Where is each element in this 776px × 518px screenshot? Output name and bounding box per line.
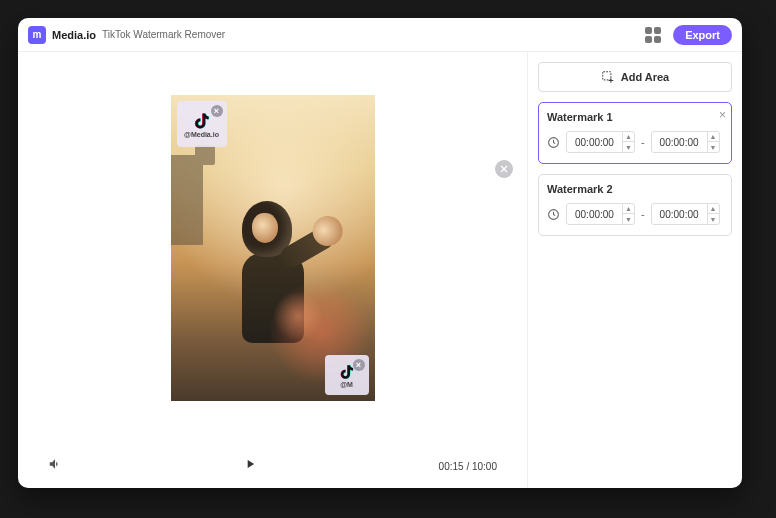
svg-rect-2 xyxy=(603,72,611,80)
add-area-label: Add Area xyxy=(621,71,670,83)
chevron-up-icon[interactable]: ▲ xyxy=(708,131,719,142)
main-area: × @Media.io × xyxy=(18,52,742,488)
chevron-down-icon[interactable]: ▼ xyxy=(708,214,719,225)
close-icon[interactable]: × xyxy=(719,108,726,122)
time-current: 00:15 xyxy=(439,461,464,472)
clock-icon xyxy=(547,208,560,221)
video-area: × @Media.io × xyxy=(18,52,527,444)
apps-grid-icon[interactable] xyxy=(645,27,661,43)
watermark-overlay-1[interactable]: × @Media.io xyxy=(177,101,227,147)
time-stepper[interactable]: ▲▼ xyxy=(622,131,634,153)
card-title: Watermark 2 xyxy=(547,183,723,195)
watermark-card-1[interactable]: × Watermark 1 00:00:00 ▲▼ - 00:00:00 ▲▼ xyxy=(538,102,732,164)
start-time-value: 00:00:00 xyxy=(567,137,622,148)
remove-watermark-icon[interactable]: × xyxy=(353,359,365,371)
page-subtitle: TikTok Watermark Remover xyxy=(102,29,225,40)
video-frame[interactable]: × @Media.io × xyxy=(171,95,375,401)
remove-watermark-icon[interactable]: × xyxy=(211,105,223,117)
play-icon[interactable] xyxy=(243,457,257,475)
end-time-value: 00:00:00 xyxy=(652,209,707,220)
watermark-label: @M xyxy=(340,381,353,388)
app-logo: m xyxy=(28,26,46,44)
time-stepper[interactable]: ▲▼ xyxy=(707,203,719,225)
card-title: Watermark 1 xyxy=(547,111,723,123)
end-time-value: 00:00:00 xyxy=(652,137,707,148)
time-range-row: 00:00:00 ▲▼ - 00:00:00 ▲▼ xyxy=(547,203,723,225)
chevron-up-icon[interactable]: ▲ xyxy=(623,131,634,142)
range-separator: - xyxy=(641,208,645,220)
topbar: m Media.io TikTok Watermark Remover Expo… xyxy=(18,18,742,52)
app-window: m Media.io TikTok Watermark Remover Expo… xyxy=(18,18,742,488)
chevron-up-icon[interactable]: ▲ xyxy=(708,203,719,214)
time-display: 00:15 / 10:00 xyxy=(439,461,497,472)
tiktok-icon xyxy=(192,111,212,131)
clear-selection-icon[interactable] xyxy=(495,160,513,178)
watermark-overlay-2[interactable]: × @M xyxy=(325,355,369,395)
chevron-down-icon[interactable]: ▼ xyxy=(623,142,634,153)
volume-icon[interactable] xyxy=(48,457,62,475)
chevron-down-icon[interactable]: ▼ xyxy=(708,142,719,153)
export-button[interactable]: Export xyxy=(673,25,732,45)
time-range-row: 00:00:00 ▲▼ - 00:00:00 ▲▼ xyxy=(547,131,723,153)
sidebar: Add Area × Watermark 1 00:00:00 ▲▼ - 00:… xyxy=(528,52,742,488)
chevron-down-icon[interactable]: ▼ xyxy=(623,214,634,225)
preview-panel: × @Media.io × xyxy=(18,52,528,488)
range-separator: - xyxy=(641,136,645,148)
end-time-input[interactable]: 00:00:00 ▲▼ xyxy=(651,203,720,225)
add-area-icon xyxy=(601,70,615,84)
add-area-button[interactable]: Add Area xyxy=(538,62,732,92)
start-time-value: 00:00:00 xyxy=(567,209,622,220)
watermark-card-2[interactable]: Watermark 2 00:00:00 ▲▼ - 00:00:00 ▲▼ xyxy=(538,174,732,236)
chevron-up-icon[interactable]: ▲ xyxy=(623,203,634,214)
time-total: 10:00 xyxy=(472,461,497,472)
time-stepper[interactable]: ▲▼ xyxy=(622,203,634,225)
end-time-input[interactable]: 00:00:00 ▲▼ xyxy=(651,131,720,153)
watermark-label: @Media.io xyxy=(184,131,219,138)
start-time-input[interactable]: 00:00:00 ▲▼ xyxy=(566,131,635,153)
player-controls: 00:15 / 10:00 xyxy=(18,444,527,488)
time-stepper[interactable]: ▲▼ xyxy=(707,131,719,153)
start-time-input[interactable]: 00:00:00 ▲▼ xyxy=(566,203,635,225)
brand-name: Media.io xyxy=(52,29,96,41)
clock-icon xyxy=(547,136,560,149)
